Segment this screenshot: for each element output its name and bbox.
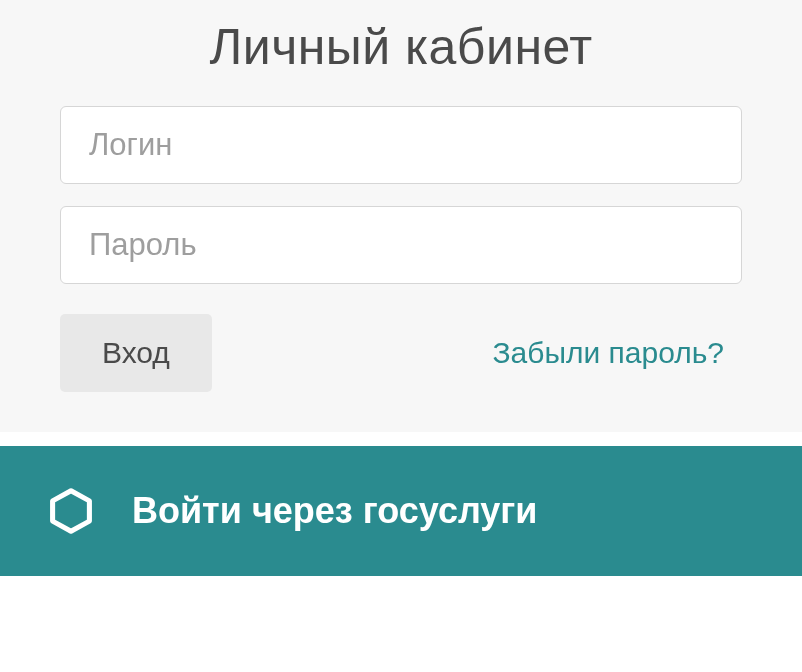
hexagon-icon bbox=[48, 488, 94, 534]
svg-marker-0 bbox=[53, 491, 90, 531]
password-input[interactable] bbox=[60, 206, 742, 284]
login-title: Личный кабинет bbox=[60, 18, 742, 76]
username-input[interactable] bbox=[60, 106, 742, 184]
login-panel: Личный кабинет Вход Забыли пароль? bbox=[0, 0, 802, 432]
divider bbox=[0, 432, 802, 446]
gosuslugi-login-button[interactable]: Войти через госуслуги bbox=[0, 446, 802, 576]
gosuslugi-label: Войти через госуслуги bbox=[132, 490, 537, 532]
actions-row: Вход Забыли пароль? bbox=[60, 314, 742, 392]
forgot-password-link[interactable]: Забыли пароль? bbox=[492, 336, 724, 370]
login-button[interactable]: Вход bbox=[60, 314, 212, 392]
